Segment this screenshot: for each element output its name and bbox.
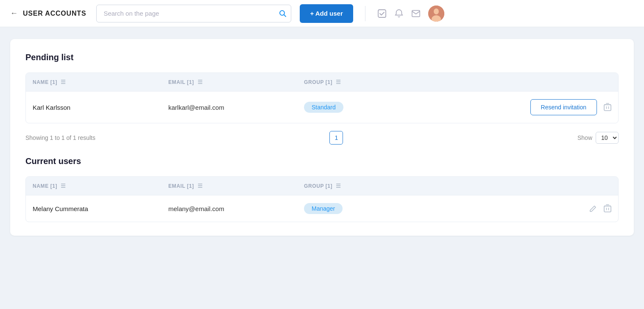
- bell-icon-button[interactable]: [394, 9, 404, 18]
- pending-col-email: EMAIL [1] ☰: [168, 79, 304, 85]
- current-row-email: melany@email.com: [168, 205, 304, 212]
- check-icon-button[interactable]: [377, 9, 387, 18]
- current-email-filter-icon[interactable]: ☰: [198, 183, 203, 189]
- pagination-pages: 1: [95, 131, 577, 145]
- table-row: Melany Cummerata melany@email.com Manage…: [26, 195, 618, 222]
- pending-row-actions: Resend invitation: [423, 99, 611, 115]
- page-title: USER ACCOUNTS: [23, 10, 86, 17]
- current-row-name: Melany Cummerata: [33, 205, 168, 212]
- name-filter-icon[interactable]: ☰: [61, 79, 66, 85]
- current-group-filter-icon[interactable]: ☰: [336, 183, 341, 189]
- pending-row-email: karlkarl@email.com: [168, 104, 304, 111]
- search-bar: [96, 5, 291, 22]
- show-count-select[interactable]: 10 25 50: [596, 132, 619, 144]
- search-button[interactable]: [279, 9, 287, 18]
- current-col-name: NAME [1] ☰: [33, 183, 168, 189]
- resend-invitation-button[interactable]: Resend invitation: [530, 99, 597, 115]
- delete-user-button[interactable]: [604, 204, 611, 213]
- content-card: Pending list NAME [1] ☰ EMAIL [1] ☰ GROU…: [10, 39, 634, 236]
- pending-row-name: Karl Karlsson: [33, 104, 168, 111]
- delete-pending-row-button[interactable]: [604, 103, 611, 111]
- svg-rect-12: [604, 206, 611, 212]
- current-users-section: Current users NAME [1] ☰ EMAIL [1] ☰ GRO…: [25, 156, 619, 222]
- header-icon-group: [377, 6, 444, 22]
- current-row-actions: [423, 204, 611, 213]
- add-user-button[interactable]: + Add user: [300, 4, 353, 23]
- mail-icon-button[interactable]: [411, 9, 421, 18]
- edit-user-button[interactable]: [589, 205, 597, 212]
- current-row-group: Manager: [304, 203, 423, 214]
- svg-point-5: [434, 8, 439, 14]
- pending-table: NAME [1] ☰ EMAIL [1] ☰ GROUP [1] ☰ K: [25, 72, 619, 123]
- avatar-image: [428, 6, 444, 22]
- group-filter-icon[interactable]: ☰: [336, 79, 341, 85]
- add-user-label: + Add user: [310, 10, 343, 17]
- pending-section: Pending list NAME [1] ☰ EMAIL [1] ☰ GROU…: [25, 53, 619, 145]
- app-header: ← USER ACCOUNTS + Add user: [0, 0, 644, 27]
- pending-pagination: Showing 1 to 1 of 1 results 1 Show 10 25…: [25, 131, 619, 145]
- header-divider: [365, 6, 365, 21]
- pending-table-header: NAME [1] ☰ EMAIL [1] ☰ GROUP [1] ☰: [26, 73, 618, 92]
- pagination-info: Showing 1 to 1 of 1 results: [25, 134, 95, 141]
- table-row: Karl Karlsson karlkarl@email.com Standar…: [26, 92, 618, 123]
- current-col-group: GROUP [1] ☰: [304, 183, 423, 189]
- pending-col-group: GROUP [1] ☰: [304, 79, 423, 85]
- pending-section-title: Pending list: [25, 53, 619, 62]
- pending-col-name: NAME [1] ☰: [33, 79, 168, 85]
- pending-col-actions: [423, 79, 611, 85]
- pending-row-group: Standard: [304, 102, 423, 113]
- page-1-button[interactable]: 1: [329, 131, 343, 145]
- group-badge: Standard: [304, 102, 343, 113]
- current-col-actions: [423, 183, 611, 189]
- search-input[interactable]: [96, 5, 291, 22]
- svg-rect-2: [378, 10, 386, 17]
- svg-line-1: [284, 14, 286, 17]
- current-col-email: EMAIL [1] ☰: [168, 183, 304, 189]
- current-users-section-title: Current users: [25, 156, 619, 166]
- show-label: Show: [577, 134, 592, 141]
- main-content: Pending list NAME [1] ☰ EMAIL [1] ☰ GROU…: [0, 27, 644, 248]
- current-users-table: NAME [1] ☰ EMAIL [1] ☰ GROUP [1] ☰ M: [25, 176, 619, 222]
- email-filter-icon[interactable]: ☰: [198, 79, 203, 85]
- svg-rect-7: [604, 105, 611, 111]
- back-link[interactable]: ← USER ACCOUNTS: [10, 9, 86, 18]
- show-row: Show 10 25 50: [577, 132, 619, 144]
- group-badge-manager: Manager: [304, 203, 343, 214]
- avatar[interactable]: [428, 6, 444, 22]
- current-users-table-header: NAME [1] ☰ EMAIL [1] ☰ GROUP [1] ☰: [26, 177, 618, 195]
- current-name-filter-icon[interactable]: ☰: [61, 183, 66, 189]
- back-arrow-icon: ←: [10, 9, 18, 18]
